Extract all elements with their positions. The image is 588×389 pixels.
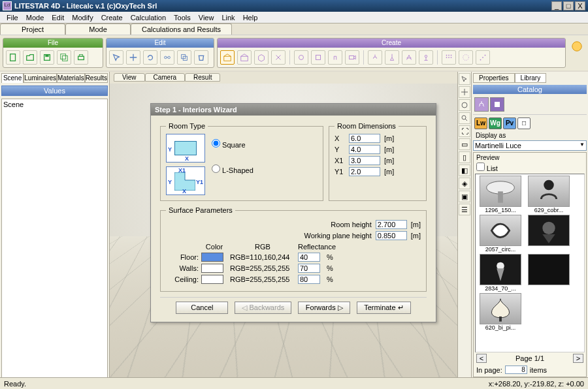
page-prev-button[interactable]: < [476, 354, 487, 363]
rtool-front[interactable]: ▯ [459, 151, 470, 163]
tab-properties[interactable]: Properties [473, 73, 515, 83]
page-next-button[interactable]: > [573, 354, 583, 363]
menu-modify[interactable]: Modify [68, 14, 97, 22]
grid1-button[interactable] [442, 50, 456, 65]
sensor-button[interactable] [328, 50, 342, 65]
brand-btn-3[interactable]: □ [517, 117, 531, 129]
brand-combo[interactable]: Martinelli Luce▼ [473, 140, 587, 151]
thumb-item[interactable]: 1296_150... [477, 176, 524, 213]
brand-btn-1[interactable]: Wg [489, 117, 502, 129]
walls-color[interactable] [201, 264, 223, 273]
rtool-pan[interactable] [459, 86, 470, 98]
menu-mode[interactable]: Mode [22, 14, 48, 22]
cut-button[interactable] [271, 50, 286, 65]
menu-tools[interactable]: Tools [170, 14, 195, 22]
terminate-button[interactable]: Terminate ↵ [357, 302, 410, 314]
minimize-button[interactable]: _ [551, 1, 562, 10]
tree-root[interactable]: Scene [3, 101, 106, 108]
tab-scene[interactable]: Scene [1, 73, 24, 83]
catalog-luminaires-icon[interactable] [474, 97, 489, 112]
new-button[interactable] [6, 50, 20, 65]
brand-btn-0[interactable]: Lw [474, 117, 487, 129]
viewtab-camera[interactable]: Camera [145, 73, 186, 82]
menu-link[interactable]: Link [218, 14, 238, 22]
rtool-render[interactable]: ▣ [459, 191, 470, 202]
dim-x-input[interactable] [349, 134, 380, 143]
rtool-side[interactable]: ◧ [459, 164, 470, 176]
rtool-misc[interactable]: ☰ [459, 204, 470, 215]
wizard-interior-button[interactable] [220, 50, 235, 65]
save-button[interactable] [40, 50, 54, 65]
menu-create[interactable]: Create [97, 14, 127, 22]
copy-button[interactable] [177, 50, 191, 65]
lum2-button[interactable] [385, 50, 399, 65]
menu-calculation[interactable]: Calculation [127, 14, 170, 22]
dim-y1-input[interactable] [349, 167, 380, 176]
thumb-item[interactable] [525, 254, 572, 292]
obj1-button[interactable] [294, 50, 308, 65]
grid3-button[interactable] [476, 50, 490, 65]
work-plane-input[interactable] [376, 231, 407, 240]
rtool-zoomfit[interactable]: ⛶ [459, 125, 470, 137]
3droom-button[interactable] [254, 50, 269, 65]
maximize-button[interactable]: □ [563, 1, 574, 10]
subtab-mode[interactable]: Mode [65, 23, 131, 35]
forwards-button[interactable]: Forwards ▷ [298, 302, 350, 314]
thumb-item[interactable] [525, 215, 572, 253]
floor-refl-input[interactable] [298, 253, 320, 262]
ceiling-refl-input[interactable] [298, 275, 320, 284]
print-button[interactable] [74, 50, 88, 65]
tab-materials[interactable]: Materials [57, 73, 85, 83]
saveas-button[interactable] [57, 50, 71, 65]
subtab-calcresults[interactable]: Calculations and Results [131, 23, 232, 35]
rtool-pointer[interactable] [459, 73, 470, 85]
rtool-iso[interactable]: ◈ [459, 178, 470, 189]
select-button[interactable] [109, 50, 123, 65]
subtab-project[interactable]: Project [0, 23, 65, 35]
move-button[interactable] [126, 50, 140, 65]
viewtab-view[interactable]: View [114, 73, 145, 82]
close-button[interactable]: X [575, 1, 585, 10]
walls-refl-input[interactable] [298, 264, 320, 273]
viewtab-result[interactable]: Result [185, 73, 220, 82]
camera-button[interactable] [345, 50, 359, 65]
lum4-button[interactable] [419, 50, 433, 65]
link-button[interactable] [160, 50, 174, 65]
scene-tree[interactable]: Scene [1, 99, 108, 379]
rtool-rotate[interactable] [459, 99, 470, 111]
list-checkbox[interactable]: List [475, 161, 585, 174]
thumb-item[interactable]: 2834_70_... [477, 254, 524, 292]
dim-x1-input[interactable] [349, 156, 380, 165]
menu-help[interactable]: Help [239, 14, 262, 22]
tab-results[interactable]: Results [85, 73, 108, 83]
cancel-button[interactable]: Cancel [176, 302, 228, 314]
backwards-button[interactable]: ◁ Backwards [235, 302, 291, 314]
ceiling-color[interactable] [201, 275, 223, 284]
radio-lshaped[interactable]: L-Shaped [212, 164, 253, 174]
help-globe-icon[interactable] [571, 40, 583, 52]
trash-button[interactable] [194, 50, 208, 65]
tab-luminaires[interactable]: Luminaires [24, 73, 57, 83]
floor-color[interactable] [201, 253, 223, 262]
rtool-top[interactable]: ▭ [459, 138, 470, 150]
rotate-button[interactable] [143, 50, 157, 65]
in-page-input[interactable] [505, 366, 527, 374]
radio-square[interactable]: Square [212, 139, 253, 149]
menu-file[interactable]: File [3, 14, 22, 22]
rtool-zoom[interactable] [459, 112, 470, 124]
thumb-item[interactable]: 620_bi_pi... [477, 293, 524, 331]
grid2-button[interactable] [459, 50, 473, 65]
tab-library[interactable]: Library [515, 73, 547, 83]
open-button[interactable] [23, 50, 37, 65]
room-height-input[interactable] [376, 220, 407, 229]
thumb-item[interactable]: 2057_circ... [477, 215, 524, 253]
room-button[interactable] [237, 50, 252, 65]
catalog-other-icon[interactable] [490, 97, 504, 112]
menu-view[interactable]: View [195, 14, 218, 22]
dim-y-input[interactable] [349, 145, 380, 154]
viewport-3d[interactable]: Step 1 - Interiors Wizard Room Type Y X [110, 84, 457, 380]
lum3-button[interactable] [402, 50, 416, 65]
lum1-button[interactable] [368, 50, 382, 65]
menu-edit[interactable]: Edit [48, 14, 68, 22]
brand-btn-2[interactable]: Pv [503, 117, 516, 129]
